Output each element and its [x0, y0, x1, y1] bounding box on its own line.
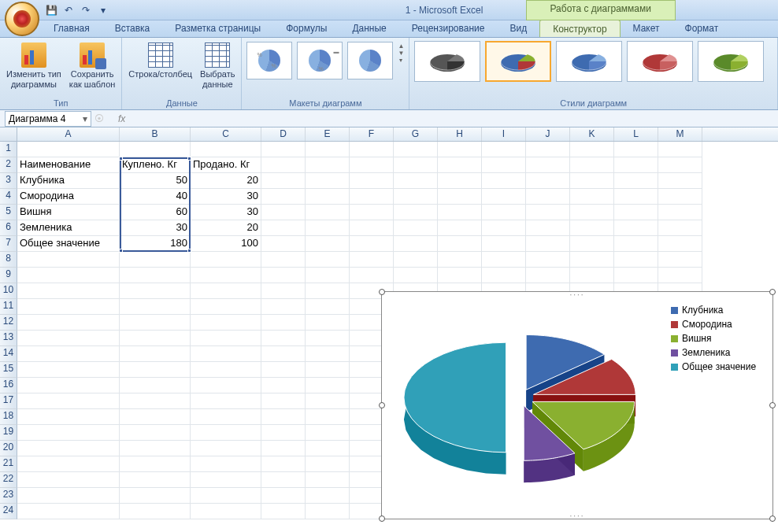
- cell-C6[interactable]: 20: [191, 220, 261, 236]
- cell-M9[interactable]: [658, 268, 702, 283]
- cell-D9[interactable]: [261, 268, 306, 283]
- cell-B20[interactable]: [120, 441, 191, 456]
- row-header-10[interactable]: 10: [0, 283, 17, 299]
- cell-G7[interactable]: [394, 236, 438, 252]
- cell-H1[interactable]: [438, 142, 482, 157]
- cell-C1[interactable]: [191, 142, 261, 157]
- cell-K4[interactable]: [570, 189, 614, 205]
- cell-H6[interactable]: [438, 220, 482, 236]
- layouts-more-icon[interactable]: ▾: [396, 57, 406, 64]
- cell-D24[interactable]: [261, 504, 306, 519]
- cell-C13[interactable]: [191, 331, 261, 346]
- col-header-F[interactable]: F: [350, 127, 394, 141]
- cell-B16[interactable]: [120, 378, 191, 393]
- cell-C23[interactable]: [191, 488, 261, 504]
- cell-H9[interactable]: [438, 268, 482, 283]
- chart-handle[interactable]: [769, 402, 776, 408]
- chart-handle[interactable]: [379, 402, 385, 408]
- cell-I4[interactable]: [482, 189, 526, 205]
- legend-item[interactable]: Общее значение: [671, 361, 766, 372]
- cell-C2[interactable]: Продано. Кг: [191, 157, 261, 173]
- cell-H3[interactable]: [438, 173, 482, 189]
- row-header-6[interactable]: 6: [0, 220, 17, 236]
- cell-A17[interactable]: [17, 393, 120, 409]
- cell-E9[interactable]: [306, 268, 350, 283]
- cell-K1[interactable]: [570, 142, 614, 157]
- cell-C12[interactable]: [191, 315, 261, 331]
- cell-C7[interactable]: 100: [191, 236, 261, 252]
- cell-G9[interactable]: [394, 268, 438, 283]
- cell-A20[interactable]: [17, 441, 120, 456]
- cell-E8[interactable]: [306, 252, 350, 268]
- cell-A7[interactable]: Общее значение: [17, 236, 120, 252]
- row-header-23[interactable]: 23: [0, 488, 17, 504]
- qat-redo-icon[interactable]: ↷: [79, 3, 93, 17]
- cell-B11[interactable]: [120, 299, 191, 315]
- legend-item[interactable]: Вишня: [671, 333, 766, 344]
- cell-C11[interactable]: [191, 299, 261, 315]
- row-header-18[interactable]: 18: [0, 409, 17, 425]
- cell-I6[interactable]: [482, 220, 526, 236]
- cell-A22[interactable]: [17, 472, 120, 488]
- layouts-up-icon[interactable]: ▲: [396, 42, 406, 50]
- cell-B7[interactable]: 180: [120, 236, 191, 252]
- cell-D10[interactable]: [261, 283, 306, 299]
- cell-L7[interactable]: [614, 236, 658, 252]
- legend-item[interactable]: Земленика: [671, 347, 766, 358]
- cell-H5[interactable]: [438, 205, 482, 220]
- cell-M4[interactable]: [658, 189, 702, 205]
- cell-A5[interactable]: Вишня: [17, 205, 120, 220]
- chart-layout-3[interactable]: [347, 42, 393, 79]
- cell-M3[interactable]: [658, 173, 702, 189]
- layouts-down-icon[interactable]: ▼: [396, 50, 406, 57]
- row-header-13[interactable]: 13: [0, 331, 17, 346]
- tab-format[interactable]: Формат: [672, 20, 732, 37]
- cell-A6[interactable]: Земленика: [17, 220, 120, 236]
- cell-E17[interactable]: [306, 393, 350, 409]
- cell-E4[interactable]: [306, 189, 350, 205]
- tab-design[interactable]: Конструктор: [539, 20, 620, 37]
- cell-E7[interactable]: [306, 236, 350, 252]
- cell-K7[interactable]: [570, 236, 614, 252]
- cell-B22[interactable]: [120, 472, 191, 488]
- cell-D21[interactable]: [261, 456, 306, 472]
- row-header-3[interactable]: 3: [0, 173, 17, 189]
- cell-D15[interactable]: [261, 362, 306, 378]
- cell-E12[interactable]: [306, 315, 350, 331]
- cell-A4[interactable]: Смородина: [17, 189, 120, 205]
- cell-B19[interactable]: [120, 425, 191, 441]
- cell-E19[interactable]: [306, 425, 350, 441]
- cell-F1[interactable]: [350, 142, 394, 157]
- tab-page-layout[interactable]: Разметка страницы: [162, 20, 273, 37]
- cell-B18[interactable]: [120, 409, 191, 425]
- cell-J9[interactable]: [526, 268, 570, 283]
- tab-insert[interactable]: Вставка: [102, 20, 163, 37]
- cell-F9[interactable]: [350, 268, 394, 283]
- cell-D12[interactable]: [261, 315, 306, 331]
- row-header-24[interactable]: 24: [0, 504, 17, 519]
- cell-B1[interactable]: [120, 142, 191, 157]
- cell-G6[interactable]: [394, 220, 438, 236]
- cell-B23[interactable]: [120, 488, 191, 504]
- chart-style-3[interactable]: [556, 41, 622, 82]
- cell-C15[interactable]: [191, 362, 261, 378]
- cell-I8[interactable]: [482, 252, 526, 268]
- cell-C16[interactable]: [191, 378, 261, 393]
- chart-handle[interactable]: [379, 289, 385, 295]
- cell-I9[interactable]: [482, 268, 526, 283]
- cell-D1[interactable]: [261, 142, 306, 157]
- qat-save-icon[interactable]: 💾: [44, 3, 58, 17]
- col-header-A[interactable]: A: [17, 127, 120, 141]
- cell-E1[interactable]: [306, 142, 350, 157]
- cell-A11[interactable]: [17, 299, 120, 315]
- cell-C10[interactable]: [191, 283, 261, 299]
- cell-J2[interactable]: [526, 157, 570, 173]
- cell-M1[interactable]: [658, 142, 702, 157]
- row-header-7[interactable]: 7: [0, 236, 17, 252]
- cell-L6[interactable]: [614, 220, 658, 236]
- cell-D20[interactable]: [261, 441, 306, 456]
- cell-C9[interactable]: [191, 268, 261, 283]
- chart-style-2[interactable]: [485, 41, 551, 82]
- cell-K9[interactable]: [570, 268, 614, 283]
- cell-D18[interactable]: [261, 409, 306, 425]
